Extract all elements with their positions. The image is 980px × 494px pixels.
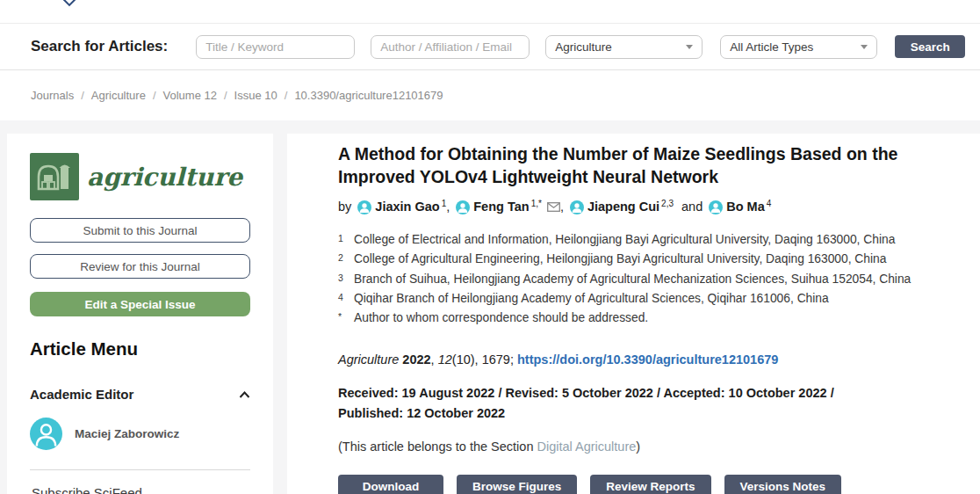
affiliation-text: College of Agricultural Engineering, Hei… bbox=[354, 250, 886, 269]
article-title: A Method for Obtaining the Number of Mai… bbox=[338, 142, 935, 188]
author-sup: 1 bbox=[442, 199, 447, 208]
breadcrumb-separator: / bbox=[224, 89, 227, 102]
journal-logo[interactable]: agriculture bbox=[30, 153, 250, 200]
chevron-down-icon bbox=[686, 45, 693, 49]
breadcrumb-volume[interactable]: Volume 12 bbox=[163, 89, 217, 102]
browse-figures-button[interactable]: Browse Figures bbox=[457, 475, 577, 494]
journal-select[interactable]: Agriculture bbox=[545, 35, 703, 59]
subscribe-scifeed-link[interactable]: Subscribe SciFeed bbox=[30, 470, 250, 494]
dates-line-1: Received: 19 August 2022 / Revised: 5 Oc… bbox=[338, 383, 954, 403]
agriculture-barn-icon bbox=[30, 153, 79, 200]
breadcrumb-separator: / bbox=[81, 89, 84, 102]
author-sup: 4 bbox=[767, 199, 772, 208]
affiliation-sup: 2 bbox=[338, 248, 354, 267]
article-card: A Method for Obtaining the Number of Mai… bbox=[287, 134, 980, 494]
section-link[interactable]: Digital Agriculture bbox=[537, 440, 636, 454]
citation-volume: 12 bbox=[438, 352, 452, 367]
chevron-up-icon bbox=[239, 391, 250, 398]
search-button[interactable]: Search bbox=[895, 35, 965, 58]
affiliation-sup: 1 bbox=[338, 229, 354, 248]
author-affiliation-input[interactable] bbox=[371, 35, 530, 59]
academic-editor-label: Academic Editor bbox=[30, 387, 133, 402]
article-type-select[interactable]: All Article Types bbox=[720, 35, 877, 59]
by-label: by bbox=[338, 200, 351, 214]
top-bar bbox=[0, 0, 980, 24]
author-name: Bo Ma bbox=[726, 200, 765, 214]
author-sup: 1,* bbox=[531, 199, 542, 208]
citation-year: 2022 bbox=[402, 352, 430, 367]
academic-editor-row: Maciej Zaborowicz bbox=[30, 418, 250, 450]
citation-issue-pages: (10), 1679; bbox=[452, 352, 517, 367]
dates-line-2: Published: 12 October 2022 bbox=[338, 403, 954, 424]
affiliation-list: 1 College of Electrical and Information,… bbox=[338, 230, 953, 329]
section-note: (This article belongs to the SectionDigi… bbox=[338, 440, 954, 454]
affiliation-row: 1 College of Electrical and Information,… bbox=[338, 230, 953, 250]
author-chip[interactable]: Jiaxin Gao1 bbox=[351, 200, 446, 214]
affiliation-row: 4 Qiqihar Branch of Heilongjiang Academy… bbox=[338, 289, 953, 309]
author-chip[interactable]: Jiapeng Cui2,3 bbox=[564, 200, 674, 214]
author-avatar-icon bbox=[709, 200, 723, 214]
affiliation-row: 2 College of Agricultural Engineering, H… bbox=[338, 250, 953, 269]
affiliation-sup: 3 bbox=[338, 268, 354, 287]
citation-line: Agriculture 2022, 12(10), 1679; https://… bbox=[338, 352, 954, 367]
article-dates: Received: 19 August 2022 / Revised: 5 Oc… bbox=[338, 383, 954, 424]
author-chip[interactable]: Bo Ma4 bbox=[703, 200, 771, 214]
affiliation-text: Author to whom correspondence should be … bbox=[354, 309, 648, 328]
page-content: agriculture Submit to this Journal Revie… bbox=[0, 120, 980, 494]
mdpi-logo-icon[interactable] bbox=[60, 0, 80, 6]
versions-notes-button[interactable]: Versions Notes bbox=[724, 475, 842, 494]
breadcrumb: Journals / Agriculture / Volume 12 / Iss… bbox=[0, 70, 980, 120]
breadcrumb-doi[interactable]: 10.3390/agriculture12101679 bbox=[294, 89, 443, 102]
breadcrumb-separator: / bbox=[153, 89, 156, 102]
academic-editor-toggle[interactable]: Academic Editor bbox=[30, 387, 250, 402]
article-menu-title: Article Menu bbox=[30, 338, 250, 360]
citation-journal: Agriculture bbox=[338, 352, 399, 367]
author-name: Jiaxin Gao bbox=[375, 200, 439, 214]
section-note-suffix: ) bbox=[636, 440, 640, 454]
breadcrumb-issue[interactable]: Issue 10 bbox=[234, 89, 277, 102]
edit-special-issue-button[interactable]: Edit a Special Issue bbox=[30, 292, 250, 316]
affiliation-text: College of Electrical and Information, H… bbox=[354, 230, 895, 250]
breadcrumb-separator: / bbox=[285, 89, 288, 102]
submit-journal-button[interactable]: Submit to this Journal bbox=[30, 218, 250, 243]
affiliation-text: Branch of Suihua, Heilongjiang Academy o… bbox=[354, 270, 911, 289]
search-bar: Search for Articles: Agriculture All Art… bbox=[0, 24, 980, 70]
section-note-prefix: (This article belongs to the Section bbox=[338, 440, 533, 454]
journal-wordmark: agriculture bbox=[87, 163, 242, 192]
chevron-down-icon bbox=[861, 45, 868, 49]
article-type-select-value: All Article Types bbox=[730, 40, 813, 54]
affiliation-row: 3 Branch of Suihua, Heilongjiang Academy… bbox=[338, 270, 953, 289]
journal-select-value: Agriculture bbox=[555, 40, 612, 54]
breadcrumb-journals[interactable]: Journals bbox=[31, 89, 74, 102]
author-byline: byJiaxin Gao1,Feng Tan1,*,Jiapeng Cui2,3… bbox=[338, 200, 954, 214]
author-avatar-icon bbox=[456, 200, 470, 214]
sidebar: agriculture Submit to this Journal Revie… bbox=[7, 134, 273, 494]
affiliation-row: * Author to whom correspondence should b… bbox=[338, 309, 953, 328]
author-sup: 2,3 bbox=[661, 199, 674, 208]
citation-separator: , bbox=[431, 352, 438, 367]
download-button[interactable]: Download bbox=[338, 475, 443, 494]
author-avatar-icon bbox=[357, 200, 371, 214]
and-label: and bbox=[681, 200, 703, 214]
email-icon[interactable] bbox=[547, 202, 560, 212]
affiliation-sup: * bbox=[338, 307, 354, 326]
author-chip[interactable]: Feng Tan1,* bbox=[450, 200, 542, 214]
editor-avatar[interactable] bbox=[30, 418, 62, 450]
author-name: Feng Tan bbox=[473, 200, 529, 214]
review-journal-button[interactable]: Review for this Journal bbox=[30, 254, 250, 279]
doi-link[interactable]: https://doi.org/10.3390/agriculture12101… bbox=[517, 352, 778, 367]
affiliation-sup: 4 bbox=[338, 287, 354, 307]
article-action-buttons: Download Browse Figures Review Reports V… bbox=[338, 475, 954, 494]
author-avatar-icon bbox=[570, 200, 584, 214]
review-reports-button[interactable]: Review Reports bbox=[590, 475, 710, 494]
breadcrumb-agriculture[interactable]: Agriculture bbox=[91, 89, 146, 102]
search-for-articles-label: Search for Articles: bbox=[31, 38, 168, 55]
editor-name-link[interactable]: Maciej Zaborowicz bbox=[75, 427, 179, 440]
affiliation-text: Qiqihar Branch of Heilongjiang Academy o… bbox=[354, 289, 829, 309]
title-keyword-input[interactable] bbox=[196, 35, 355, 59]
author-name: Jiapeng Cui bbox=[587, 200, 659, 214]
